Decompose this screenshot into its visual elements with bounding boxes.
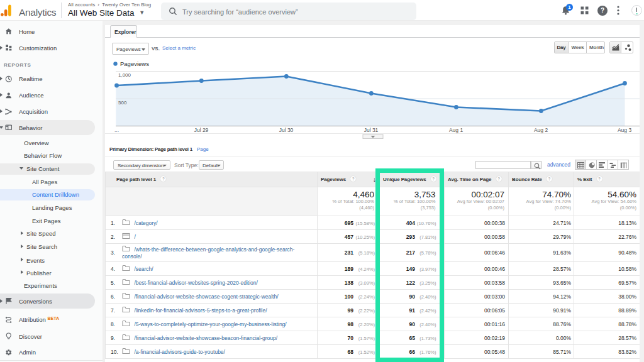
svg-text:Jul 31: Jul 31 — [364, 127, 379, 133]
svg-text:Aug 2: Aug 2 — [534, 127, 548, 133]
svg-text:500: 500 — [118, 99, 127, 105]
svg-text:Jul 30: Jul 30 — [279, 127, 294, 133]
svg-text:Aug 1: Aug 1 — [449, 127, 463, 133]
svg-text:Jul 29: Jul 29 — [194, 127, 209, 133]
svg-text:Pageviews: Pageviews — [120, 60, 149, 67]
svg-text:...: ... — [114, 127, 119, 133]
svg-text:1,000: 1,000 — [118, 72, 131, 78]
svg-text:Aug 3: Aug 3 — [618, 127, 631, 133]
